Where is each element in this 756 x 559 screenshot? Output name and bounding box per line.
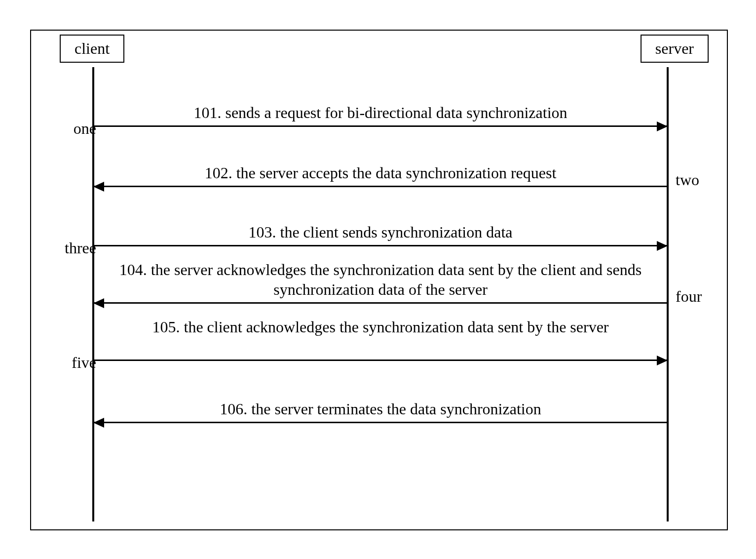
arrow-101 <box>94 125 667 127</box>
server-lifeline <box>667 67 669 521</box>
message-105-label: 105. the client acknowledges the synchro… <box>104 317 657 337</box>
arrow-106 <box>94 422 667 423</box>
sequence-diagram: client server 101. sends a request for b… <box>20 20 736 538</box>
arrow-103 <box>94 245 667 246</box>
message-103-label: 103. the client sends synchronization da… <box>104 222 657 242</box>
phase-one: one <box>37 120 96 138</box>
message-104-label: 104. the server acknowledges the synchro… <box>104 260 657 299</box>
server-label: server <box>655 40 694 57</box>
server-actor: server <box>641 35 709 63</box>
phase-five: five <box>37 354 96 372</box>
arrow-105 <box>94 359 667 361</box>
client-label: client <box>75 40 110 57</box>
phase-three: three <box>37 239 96 257</box>
message-101-label: 101. sends a request for bi-directional … <box>104 103 657 122</box>
message-106-label: 106. the server terminates the data sync… <box>104 399 657 419</box>
arrow-104 <box>94 302 667 304</box>
phase-two: two <box>676 171 699 189</box>
phase-four: four <box>676 287 702 306</box>
arrow-102 <box>94 186 667 187</box>
message-102-label: 102. the server accepts the data synchro… <box>104 163 657 183</box>
client-actor: client <box>60 35 124 63</box>
